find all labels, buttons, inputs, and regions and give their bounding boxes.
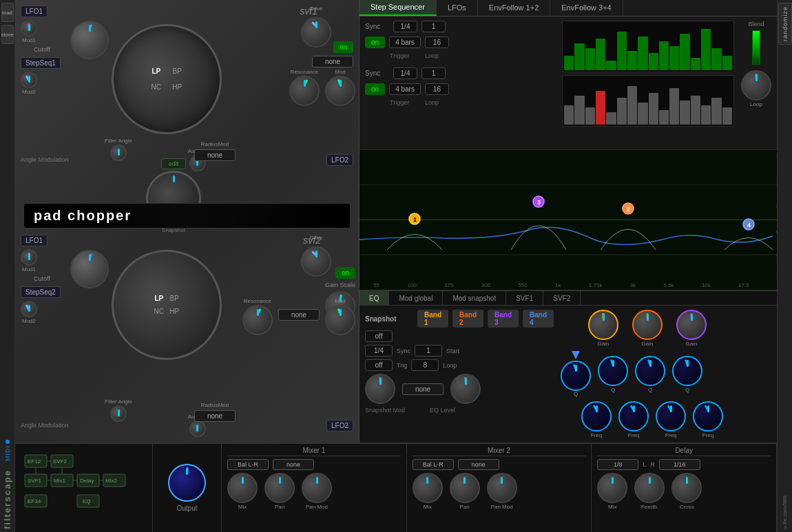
seq2-sync-value[interactable]: 1/4 <box>393 67 417 79</box>
step-bar-9[interactable] <box>659 110 669 125</box>
trig-value[interactable]: 8 <box>411 359 439 371</box>
mixer1-none[interactable]: none <box>273 459 314 470</box>
tab-svf2[interactable]: SVF2 <box>543 291 581 305</box>
svf1-filter-wheel[interactable]: LP BP NC HP <box>112 24 222 134</box>
svf2-mod1-knob[interactable] <box>21 249 37 266</box>
step-bar-0[interactable] <box>564 56 574 70</box>
step-bar-10[interactable] <box>669 88 679 125</box>
svf2-none-res[interactable]: none <box>278 309 320 321</box>
step-bar-7[interactable] <box>638 36 647 70</box>
svf1-on-button[interactable]: on <box>333 41 353 53</box>
band2-freq-knob[interactable] <box>618 401 649 432</box>
seq2-bars[interactable] <box>562 75 734 127</box>
randomize-button[interactable]: randomize <box>778 3 792 45</box>
eq-level-knob[interactable] <box>450 374 481 404</box>
seq2-bars-value[interactable]: 4 bars <box>389 83 421 95</box>
seq2-steps-value[interactable]: 1 <box>421 67 446 79</box>
tab-svf1[interactable]: SVF1 <box>506 291 543 305</box>
step-bar-3[interactable] <box>596 39 605 70</box>
svf1-resonance-knob[interactable] <box>289 76 320 106</box>
seq1-steps-value[interactable]: 1 <box>421 21 446 32</box>
mixer2-none[interactable]: none <box>458 459 499 470</box>
step-bar-14[interactable] <box>711 98 721 125</box>
output-knob[interactable] <box>168 464 206 502</box>
svf2-on-button[interactable]: on <box>335 267 355 279</box>
band1-q-knob[interactable] <box>561 361 591 391</box>
step-bar-9[interactable] <box>659 41 669 70</box>
delay-mix-knob[interactable] <box>597 473 627 503</box>
step-bar-13[interactable] <box>701 105 711 125</box>
step-bar-2[interactable] <box>585 107 595 125</box>
step-bar-1[interactable] <box>574 96 584 125</box>
mixer1-bal-lr[interactable]: Bal L-R <box>227 459 269 470</box>
mixer1-pan-knob[interactable] <box>264 473 295 503</box>
seq1-sync-value[interactable]: 1/4 <box>393 21 417 32</box>
step-bar-0[interactable] <box>564 105 574 125</box>
step-bar-10[interactable] <box>669 46 679 70</box>
step-bar-4[interactable] <box>606 112 616 125</box>
svf1-filter-angle-knob[interactable] <box>110 145 127 161</box>
store-button[interactable]: store <box>1 25 14 44</box>
step-bar-5[interactable] <box>617 98 627 125</box>
delay-cross-knob[interactable] <box>671 473 702 503</box>
svf2-filter-angle-knob[interactable] <box>110 405 127 422</box>
blend2-knob[interactable] <box>741 70 771 100</box>
svf2-lfo1-box[interactable]: LFO1 <box>21 235 48 246</box>
sync-value[interactable]: 1/4 <box>365 345 393 357</box>
svf1-lfo1-box[interactable]: LFO1 <box>21 6 48 17</box>
svf1-mod2-knob[interactable] <box>21 72 37 88</box>
delay-val2[interactable]: 1/16 <box>659 459 700 470</box>
svf2-cutoff-knob[interactable] <box>70 250 109 288</box>
step-bar-5[interactable] <box>617 32 627 70</box>
step-bar-8[interactable] <box>649 53 658 70</box>
delay-feedb-knob[interactable] <box>634 473 665 503</box>
step-bar-1[interactable] <box>574 43 584 70</box>
svf2-stepseq2-box[interactable]: StepSeq2 <box>21 286 61 298</box>
step-bar-3[interactable] <box>596 91 605 125</box>
step-bar-13[interactable] <box>701 29 711 70</box>
seq2-loop-value[interactable]: 16 <box>425 83 449 95</box>
tab-eq[interactable]: EQ <box>359 291 389 305</box>
seq1-bars[interactable] <box>562 21 734 72</box>
tab-env-follow-12[interactable]: EnvFollow 1+2 <box>478 0 550 16</box>
band3-tab[interactable]: Band 3 <box>488 310 519 328</box>
delay-val1[interactable]: 1/8 <box>597 459 638 470</box>
svf2-resonance-knob[interactable] <box>242 305 273 335</box>
steps-value[interactable]: 1 <box>415 345 442 357</box>
mixer2-pan-knob[interactable] <box>450 473 480 503</box>
step-bar-14[interactable] <box>711 48 721 70</box>
svf1-hp-mode[interactable]: HP <box>169 82 185 92</box>
mixer2-bal-lr[interactable]: Bal L-R <box>413 459 454 470</box>
step-bar-15[interactable] <box>722 107 732 125</box>
step-bar-7[interactable] <box>638 103 647 125</box>
svf1-nc-mode[interactable]: NC <box>149 82 164 92</box>
band2-q-knob[interactable] <box>598 356 628 386</box>
seq2-on-button[interactable]: on <box>365 83 385 95</box>
svf1-mod1-knob[interactable] <box>21 20 37 36</box>
band4-q-knob[interactable] <box>672 356 702 386</box>
svf2-mod-knob[interactable] <box>325 305 355 335</box>
load-button[interactable]: load <box>1 3 14 22</box>
mixer2-mix-knob[interactable] <box>413 473 443 503</box>
snapshot-none-dropdown[interactable]: none <box>402 383 444 395</box>
svf2-mod2-knob[interactable] <box>21 301 37 317</box>
mixer1-mix-knob[interactable] <box>227 473 258 503</box>
step-bar-2[interactable] <box>585 48 595 70</box>
svf1-bp-mode[interactable]: BP <box>169 66 185 76</box>
svf1-mod-knob[interactable] <box>325 76 355 106</box>
band1-tab[interactable]: Band 1 <box>417 310 448 328</box>
band1-gain-knob[interactable] <box>588 310 618 340</box>
band4-tab[interactable]: Band 4 <box>523 310 554 328</box>
svf2-radius-none[interactable]: none <box>194 410 236 422</box>
svf2-lfo2-box[interactable]: LFO2 <box>326 420 353 432</box>
step-bar-4[interactable] <box>606 61 616 70</box>
off-value[interactable]: off <box>365 330 393 342</box>
step-bar-15[interactable] <box>722 56 732 70</box>
svf2-filter-wheel[interactable]: LP BP NC HP <box>112 250 222 360</box>
tab-mod-snapshot[interactable]: Mod snapshot <box>443 291 506 305</box>
svf2-lp-mode[interactable]: LP <box>154 295 164 302</box>
band2-tab[interactable]: Band 2 <box>452 310 483 328</box>
tab-mod-global[interactable]: Mod global <box>389 291 443 305</box>
step-bar-12[interactable] <box>691 58 700 70</box>
mixer1-pan-mod-knob[interactable] <box>302 473 332 503</box>
